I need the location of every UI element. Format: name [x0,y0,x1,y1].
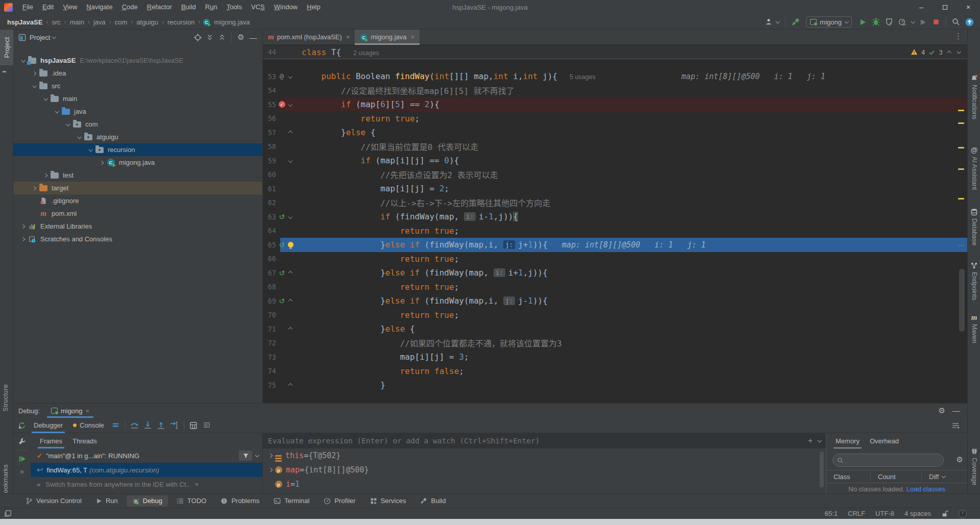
restore-button[interactable] [933,0,957,14]
menu-navigate[interactable]: Navigate [82,0,117,14]
profiler-button[interactable] [896,16,909,28]
usages-hint[interactable]: 5 usages [570,73,596,81]
tree-expand-toggle[interactable] [30,187,38,190]
tree-expand-toggle[interactable] [97,161,106,164]
ide-update-icon[interactable] [963,16,976,28]
editor-tab-migong.java[interactable]: Cmigong.java× [355,30,420,44]
intention-bulb-icon[interactable] [288,242,293,247]
stop-button[interactable] [929,16,943,28]
tree-item-recursion[interactable]: recursion [13,143,262,156]
line-number[interactable]: 68 [263,283,276,291]
fold-slot[interactable] [286,384,295,387]
status-file-encoding[interactable]: UTF-8 [875,510,894,517]
tool-button-profiler[interactable]: Profiler [318,495,361,507]
warning-stripe-mark[interactable] [958,110,964,111]
fold-slot[interactable] [286,103,295,106]
line-number[interactable]: 61 [263,185,276,193]
hint-close-icon[interactable]: × [195,481,199,488]
tree-item-target[interactable]: target [13,182,262,194]
gutter-slot[interactable]: ↺ [277,213,286,221]
evaluate-expression-icon[interactable] [187,419,200,432]
menu-edit[interactable]: Edit [38,0,58,14]
menu-help[interactable]: Help [302,0,325,14]
gutter-slot[interactable]: ↺ [277,269,286,277]
caret-stripe-mark[interactable] [958,245,964,246]
fold-slot[interactable] [286,271,295,274]
memory-tab-memory[interactable]: Memory [830,433,865,448]
project-view-dropdown-icon[interactable] [52,35,56,39]
variable-expand-toggle[interactable] [266,454,275,457]
tree-item-migong-java[interactable]: Cmigong.java [13,156,262,169]
tree-item-com[interactable]: com [13,118,262,131]
status-line-separator[interactable]: CRLF [848,510,865,517]
unlock-icon[interactable] [941,510,948,517]
status-caret-position[interactable]: 65:1 [825,510,838,517]
tool-button-terminal[interactable]: Terminal [268,495,315,507]
tree-item-scratches-and-consoles[interactable]: Scratches and Consoles [13,233,262,245]
frames-tab-threads[interactable]: Threads [67,433,102,448]
gutter-slot[interactable]: ↺ [277,241,286,249]
user-dropdown-icon[interactable] [776,19,780,23]
debug-settings-gear-icon[interactable]: ⚙ [939,406,945,415]
tool-tab-coverage[interactable]: Coverage [968,448,980,485]
fold-marker-icon[interactable] [288,327,292,331]
memory-settings-gear-icon[interactable]: ⚙ [957,455,963,464]
tree-item-src[interactable]: src [13,80,262,92]
run-button[interactable] [856,16,869,28]
tree-expand-toggle[interactable] [30,72,38,75]
gutter-slot[interactable]: ✓ [277,101,286,108]
breadcrumb-item[interactable]: recursion [166,18,195,26]
project-settings-gear-icon[interactable]: ⚙ [235,32,247,43]
inspections-widget[interactable]: 43 [911,45,960,59]
tree-item--idea[interactable]: .idea [13,67,262,80]
breakpoint-icon[interactable]: ✓ [279,101,285,108]
line-number[interactable]: 62 [263,198,276,207]
memory-header-count[interactable]: Count [870,473,921,481]
frames-tab-frames[interactable]: Frames [35,433,67,448]
ide-error-indicator-icon[interactable]: ! [959,510,967,518]
tree-expand-toggle[interactable] [18,59,27,62]
editor-scrollbar[interactable] [959,269,965,332]
add-watch-icon[interactable]: + [808,436,813,445]
line-number[interactable]: 72 [263,339,276,347]
line-number[interactable]: 54 [263,86,276,94]
tree-item-java[interactable]: java [13,105,262,118]
editor-tab-options-icon[interactable]: ⋮ [954,30,967,44]
run-to-cursor-icon[interactable] [168,419,181,432]
line-number[interactable]: 55 [263,101,276,109]
editor-tab-pom.xml[interactable]: mpom.xml (hspJavaSE)× [263,30,355,44]
tool-button-run[interactable]: Run [90,495,124,507]
line-number[interactable]: 64 [263,227,276,235]
passed-count[interactable]: 3 [939,48,943,56]
fold-slot[interactable] [286,159,295,162]
step-over-icon[interactable] [128,419,141,432]
thread-filter[interactable] [239,451,258,461]
fold-marker-icon[interactable] [288,131,292,135]
expand-hint-icon[interactable]: » [37,481,40,488]
evaluate-expression-input[interactable]: Evaluate expression (Enter) or add a wat… [263,433,826,448]
fold-slot[interactable] [286,299,295,303]
tree-item-test[interactable]: test [13,169,262,182]
profiler-dropdown-icon[interactable] [911,19,915,23]
breadcrumb-item[interactable]: main [69,18,85,26]
variable-expand-toggle[interactable] [266,468,275,471]
line-number[interactable]: 70 [263,311,276,319]
frame-row-selected[interactable]: ↩ findWay:65, T (com.atguigu.recursion) [31,463,262,477]
run-disabled-button[interactable] [916,16,929,28]
line-number[interactable]: 66 [263,255,276,263]
fold-marker-icon[interactable] [288,271,292,275]
prev-problem-icon[interactable] [947,51,951,55]
memory-tab-overhead[interactable]: Overhead [865,433,904,448]
line-number[interactable]: 60 [263,170,276,179]
variable-row-map[interactable]: pmap = {int[8][]@500} [263,463,826,477]
line-number[interactable]: 67 [263,269,276,277]
project-panel-title[interactable]: Project [30,34,50,41]
load-classes-link[interactable]: Load classes [906,485,945,493]
fold-marker-icon[interactable] [288,383,292,387]
variable-row-i[interactable]: pi = 1 [263,477,826,491]
tool-button-problems[interactable]: Problems [215,495,265,507]
menu-vcs[interactable]: VCS [247,0,270,14]
layout-settings-icon[interactable] [109,419,122,432]
fold-slot[interactable] [286,242,295,247]
breadcrumb-item[interactable]: com [114,18,129,26]
